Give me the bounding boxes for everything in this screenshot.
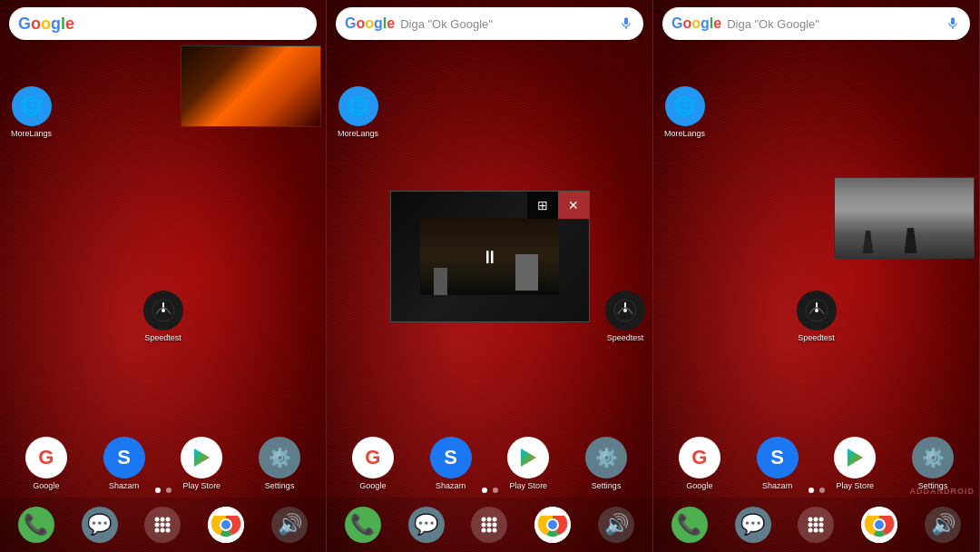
app-morelangs-2[interactable]: 🌐 MoreLangs — [338, 86, 378, 138]
dot-2 — [166, 488, 172, 493]
shazam-icon-3: S — [757, 437, 799, 478]
pip-pause-btn[interactable]: ⏸ — [481, 246, 499, 267]
dock-messages-2[interactable]: 💬 — [408, 507, 445, 543]
apps-icon-3 — [798, 507, 834, 543]
morelangs-label-3: MoreLangs — [664, 129, 705, 138]
morelangs-label-2: MoreLangs — [338, 129, 378, 138]
app-shazam-3[interactable]: S Shazam — [757, 437, 799, 490]
page-dots-2 — [482, 488, 498, 493]
speedtest-label-3: Speedtest — [798, 333, 835, 342]
svg-marker-18 — [521, 448, 536, 467]
dock-chrome-1[interactable] — [208, 507, 244, 543]
dock-speaker-2[interactable]: 🔊 — [598, 507, 634, 543]
playstore-label-1: Play Store — [183, 481, 221, 490]
svg-point-35 — [814, 518, 818, 522]
dock-speaker-3[interactable]: 🔊 — [925, 507, 961, 543]
dock-chrome-3[interactable] — [861, 507, 897, 543]
app-speedtest-2[interactable]: Speedtest — [605, 291, 645, 342]
dock-messages-3[interactable]: 💬 — [735, 507, 771, 543]
svg-point-26 — [487, 528, 492, 533]
pip-controls: ⊞ ✕ — [527, 192, 589, 219]
dock-phone-3[interactable]: 📞 — [671, 507, 708, 543]
search-bar-1[interactable]: Google — [9, 7, 317, 40]
dock-3: 📞 💬 — [653, 498, 979, 552]
app-google-2[interactable]: G Google — [352, 437, 394, 490]
svg-point-30 — [548, 520, 557, 529]
app-morelangs-1[interactable]: 🌐 MoreLangs — [11, 86, 52, 138]
svg-point-7 — [161, 523, 165, 527]
settings-icon-3: ⚙️ — [912, 437, 954, 478]
pip-expand-btn[interactable]: ⊞ — [527, 192, 558, 219]
video-thumbnail-3[interactable] — [834, 177, 975, 259]
phone-icon-2: 📞 — [345, 507, 381, 543]
app-shazam-1[interactable]: S Shazam — [103, 437, 145, 490]
svg-point-34 — [808, 518, 813, 522]
google-logo-2: Google — [345, 15, 395, 32]
app-speedtest-1[interactable]: Speedtest — [143, 291, 183, 342]
dock-apps-2[interactable] — [471, 507, 507, 543]
google-icon-3: G — [679, 437, 720, 478]
dock-apps-1[interactable] — [144, 507, 181, 543]
pip-expand-icon: ⊞ — [537, 198, 548, 212]
pip-close-btn[interactable]: ✕ — [558, 192, 589, 219]
morelangs-icon-3: 🌐 — [665, 86, 705, 126]
speaker-icon-2: 🔊 — [598, 507, 634, 543]
dock-2: 📞 💬 — [327, 498, 652, 552]
svg-point-17 — [623, 309, 627, 312]
speaker-icon-3: 🔊 — [925, 507, 961, 543]
playstore-label-3: Play Store — [837, 481, 875, 490]
app-playstore-1[interactable]: Play Store — [181, 437, 222, 490]
google-logo-1: Google — [18, 15, 74, 34]
app-google-1[interactable]: G Google — [25, 437, 67, 490]
google-label-1: Google — [33, 481, 59, 490]
svg-point-19 — [482, 518, 486, 522]
google-icon-2: G — [352, 437, 394, 478]
playstore-label-2: Play Store — [510, 481, 548, 490]
svg-point-32 — [815, 309, 818, 312]
dock-1: 📞 💬 — [0, 498, 326, 552]
shazam-icon-1: S — [103, 437, 145, 478]
svg-point-45 — [875, 520, 884, 529]
screen-3: Google Diga "Ok Google" 🌐 MoreLangs — [653, 0, 980, 552]
app-google-3[interactable]: G Google — [679, 437, 720, 490]
search-hint-3: Diga "Ok Google" — [727, 17, 945, 31]
app-morelangs-3[interactable]: 🌐 MoreLangs — [664, 86, 705, 138]
app-shazam-2[interactable]: S Shazam — [430, 437, 472, 490]
app-settings-3[interactable]: ⚙️ Settings — [912, 437, 954, 490]
shazam-label-2: Shazam — [436, 481, 466, 490]
dock-chrome-2[interactable] — [534, 507, 571, 543]
mic-icon-3[interactable] — [945, 15, 961, 32]
pip-player[interactable]: ⊞ ✕ ⏸ — [390, 191, 590, 322]
search-bar-2[interactable]: Google Diga "Ok Google" — [336, 7, 643, 40]
chrome-icon-1 — [208, 507, 244, 543]
settings-icon-2: ⚙️ — [585, 437, 627, 478]
google-label-3: Google — [686, 481, 712, 490]
app-settings-1[interactable]: ⚙️ Settings — [259, 437, 300, 490]
search-bar-3[interactable]: Google Diga "Ok Google" — [662, 7, 970, 40]
dock-messages-1[interactable]: 💬 — [82, 507, 118, 543]
video-thumbnail-1[interactable] — [181, 45, 321, 127]
app-speedtest-3[interactable]: Speedtest — [797, 291, 837, 342]
page-dots-1 — [155, 488, 172, 493]
dock-phone-1[interactable]: 📞 — [18, 507, 54, 543]
video-scene-fire — [181, 46, 320, 126]
settings-label-2: Settings — [592, 481, 622, 490]
app-playstore-2[interactable]: Play Store — [507, 437, 549, 490]
svg-point-5 — [166, 518, 171, 522]
phone-icon-3: 📞 — [671, 507, 708, 543]
dock-speaker-1[interactable]: 🔊 — [271, 507, 308, 543]
search-hint-2: Diga "Ok Google" — [400, 17, 618, 31]
svg-point-11 — [166, 528, 171, 533]
app-settings-2[interactable]: ⚙️ Settings — [585, 437, 627, 490]
apps-row-1: G Google S Shazam — [0, 437, 326, 490]
screen-2: Google Diga "Ok Google" 🌐 MoreLangs ⊞ — [327, 0, 653, 552]
dock-apps-3[interactable] — [798, 507, 834, 543]
svg-point-20 — [487, 518, 492, 522]
app-playstore-3[interactable]: Play Store — [834, 437, 876, 490]
svg-marker-33 — [848, 448, 863, 467]
svg-point-15 — [221, 520, 230, 529]
pip-pause-icon: ⏸ — [481, 246, 499, 266]
svg-point-37 — [808, 523, 813, 527]
dock-phone-2[interactable]: 📞 — [345, 507, 381, 543]
mic-icon-2[interactable] — [618, 15, 634, 32]
